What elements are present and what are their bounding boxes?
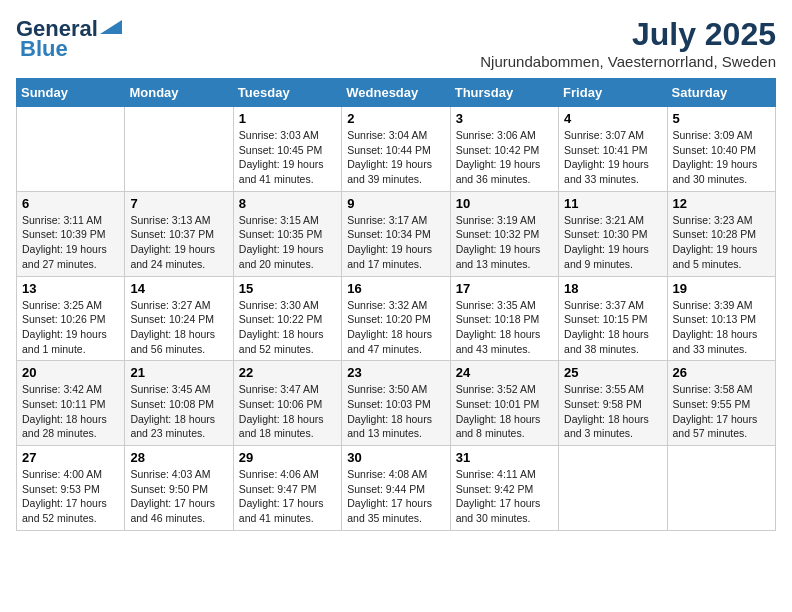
day-header-thursday: Thursday bbox=[450, 79, 558, 107]
day-number: 4 bbox=[564, 111, 661, 126]
day-number: 19 bbox=[673, 281, 770, 296]
day-info: Sunrise: 3:50 AM Sunset: 10:03 PM Daylig… bbox=[347, 382, 444, 441]
calendar-cell bbox=[559, 446, 667, 531]
day-number: 6 bbox=[22, 196, 119, 211]
calendar-cell bbox=[667, 446, 775, 531]
day-number: 9 bbox=[347, 196, 444, 211]
calendar-week-4: 20Sunrise: 3:42 AM Sunset: 10:11 PM Dayl… bbox=[17, 361, 776, 446]
day-number: 1 bbox=[239, 111, 336, 126]
calendar-cell: 15Sunrise: 3:30 AM Sunset: 10:22 PM Dayl… bbox=[233, 276, 341, 361]
day-info: Sunrise: 3:17 AM Sunset: 10:34 PM Daylig… bbox=[347, 213, 444, 272]
day-info: Sunrise: 3:07 AM Sunset: 10:41 PM Daylig… bbox=[564, 128, 661, 187]
day-number: 18 bbox=[564, 281, 661, 296]
day-info: Sunrise: 3:04 AM Sunset: 10:44 PM Daylig… bbox=[347, 128, 444, 187]
day-number: 10 bbox=[456, 196, 553, 211]
day-info: Sunrise: 3:13 AM Sunset: 10:37 PM Daylig… bbox=[130, 213, 227, 272]
calendar-week-1: 1Sunrise: 3:03 AM Sunset: 10:45 PM Dayli… bbox=[17, 107, 776, 192]
day-info: Sunrise: 3:32 AM Sunset: 10:20 PM Daylig… bbox=[347, 298, 444, 357]
day-info: Sunrise: 3:27 AM Sunset: 10:24 PM Daylig… bbox=[130, 298, 227, 357]
day-number: 20 bbox=[22, 365, 119, 380]
day-number: 17 bbox=[456, 281, 553, 296]
day-info: Sunrise: 3:23 AM Sunset: 10:28 PM Daylig… bbox=[673, 213, 770, 272]
calendar-cell: 13Sunrise: 3:25 AM Sunset: 10:26 PM Dayl… bbox=[17, 276, 125, 361]
day-header-friday: Friday bbox=[559, 79, 667, 107]
day-info: Sunrise: 3:21 AM Sunset: 10:30 PM Daylig… bbox=[564, 213, 661, 272]
day-number: 7 bbox=[130, 196, 227, 211]
calendar-cell: 5Sunrise: 3:09 AM Sunset: 10:40 PM Dayli… bbox=[667, 107, 775, 192]
calendar-cell: 3Sunrise: 3:06 AM Sunset: 10:42 PM Dayli… bbox=[450, 107, 558, 192]
day-info: Sunrise: 3:11 AM Sunset: 10:39 PM Daylig… bbox=[22, 213, 119, 272]
day-number: 11 bbox=[564, 196, 661, 211]
month-title: July 2025 bbox=[480, 16, 776, 53]
calendar-cell: 16Sunrise: 3:32 AM Sunset: 10:20 PM Dayl… bbox=[342, 276, 450, 361]
logo: General Blue bbox=[16, 16, 122, 62]
day-number: 31 bbox=[456, 450, 553, 465]
day-info: Sunrise: 4:03 AM Sunset: 9:50 PM Dayligh… bbox=[130, 467, 227, 526]
day-number: 29 bbox=[239, 450, 336, 465]
day-header-tuesday: Tuesday bbox=[233, 79, 341, 107]
day-number: 25 bbox=[564, 365, 661, 380]
day-number: 2 bbox=[347, 111, 444, 126]
day-info: Sunrise: 4:11 AM Sunset: 9:42 PM Dayligh… bbox=[456, 467, 553, 526]
calendar-body: 1Sunrise: 3:03 AM Sunset: 10:45 PM Dayli… bbox=[17, 107, 776, 531]
calendar-cell: 9Sunrise: 3:17 AM Sunset: 10:34 PM Dayli… bbox=[342, 191, 450, 276]
day-number: 13 bbox=[22, 281, 119, 296]
calendar-week-2: 6Sunrise: 3:11 AM Sunset: 10:39 PM Dayli… bbox=[17, 191, 776, 276]
day-number: 16 bbox=[347, 281, 444, 296]
day-info: Sunrise: 4:06 AM Sunset: 9:47 PM Dayligh… bbox=[239, 467, 336, 526]
day-number: 14 bbox=[130, 281, 227, 296]
calendar-cell: 11Sunrise: 3:21 AM Sunset: 10:30 PM Dayl… bbox=[559, 191, 667, 276]
day-header-sunday: Sunday bbox=[17, 79, 125, 107]
calendar-cell bbox=[17, 107, 125, 192]
day-header-saturday: Saturday bbox=[667, 79, 775, 107]
day-number: 22 bbox=[239, 365, 336, 380]
day-info: Sunrise: 3:55 AM Sunset: 9:58 PM Dayligh… bbox=[564, 382, 661, 441]
day-info: Sunrise: 3:06 AM Sunset: 10:42 PM Daylig… bbox=[456, 128, 553, 187]
day-number: 3 bbox=[456, 111, 553, 126]
calendar-cell: 14Sunrise: 3:27 AM Sunset: 10:24 PM Dayl… bbox=[125, 276, 233, 361]
day-number: 24 bbox=[456, 365, 553, 380]
calendar-table: SundayMondayTuesdayWednesdayThursdayFrid… bbox=[16, 78, 776, 531]
calendar-cell: 4Sunrise: 3:07 AM Sunset: 10:41 PM Dayli… bbox=[559, 107, 667, 192]
day-number: 30 bbox=[347, 450, 444, 465]
calendar-cell: 1Sunrise: 3:03 AM Sunset: 10:45 PM Dayli… bbox=[233, 107, 341, 192]
calendar-cell: 19Sunrise: 3:39 AM Sunset: 10:13 PM Dayl… bbox=[667, 276, 775, 361]
day-info: Sunrise: 3:47 AM Sunset: 10:06 PM Daylig… bbox=[239, 382, 336, 441]
day-info: Sunrise: 4:08 AM Sunset: 9:44 PM Dayligh… bbox=[347, 467, 444, 526]
calendar-cell bbox=[125, 107, 233, 192]
day-info: Sunrise: 4:00 AM Sunset: 9:53 PM Dayligh… bbox=[22, 467, 119, 526]
day-number: 5 bbox=[673, 111, 770, 126]
day-info: Sunrise: 3:25 AM Sunset: 10:26 PM Daylig… bbox=[22, 298, 119, 357]
day-number: 21 bbox=[130, 365, 227, 380]
calendar-cell: 6Sunrise: 3:11 AM Sunset: 10:39 PM Dayli… bbox=[17, 191, 125, 276]
day-header-wednesday: Wednesday bbox=[342, 79, 450, 107]
day-info: Sunrise: 3:39 AM Sunset: 10:13 PM Daylig… bbox=[673, 298, 770, 357]
day-info: Sunrise: 3:58 AM Sunset: 9:55 PM Dayligh… bbox=[673, 382, 770, 441]
day-number: 15 bbox=[239, 281, 336, 296]
calendar-cell: 22Sunrise: 3:47 AM Sunset: 10:06 PM Dayl… bbox=[233, 361, 341, 446]
calendar-week-3: 13Sunrise: 3:25 AM Sunset: 10:26 PM Dayl… bbox=[17, 276, 776, 361]
day-number: 23 bbox=[347, 365, 444, 380]
calendar-cell: 25Sunrise: 3:55 AM Sunset: 9:58 PM Dayli… bbox=[559, 361, 667, 446]
title-block: July 2025 Njurundabommen, Vaesternorrlan… bbox=[480, 16, 776, 70]
calendar-cell: 10Sunrise: 3:19 AM Sunset: 10:32 PM Dayl… bbox=[450, 191, 558, 276]
day-info: Sunrise: 3:37 AM Sunset: 10:15 PM Daylig… bbox=[564, 298, 661, 357]
calendar-cell: 17Sunrise: 3:35 AM Sunset: 10:18 PM Dayl… bbox=[450, 276, 558, 361]
calendar-cell: 24Sunrise: 3:52 AM Sunset: 10:01 PM Dayl… bbox=[450, 361, 558, 446]
svg-marker-0 bbox=[100, 20, 122, 34]
calendar-cell: 29Sunrise: 4:06 AM Sunset: 9:47 PM Dayli… bbox=[233, 446, 341, 531]
logo-triangle-icon bbox=[100, 20, 122, 34]
calendar-cell: 18Sunrise: 3:37 AM Sunset: 10:15 PM Dayl… bbox=[559, 276, 667, 361]
calendar-cell: 23Sunrise: 3:50 AM Sunset: 10:03 PM Dayl… bbox=[342, 361, 450, 446]
calendar-cell: 26Sunrise: 3:58 AM Sunset: 9:55 PM Dayli… bbox=[667, 361, 775, 446]
day-info: Sunrise: 3:52 AM Sunset: 10:01 PM Daylig… bbox=[456, 382, 553, 441]
day-number: 12 bbox=[673, 196, 770, 211]
calendar-cell: 27Sunrise: 4:00 AM Sunset: 9:53 PM Dayli… bbox=[17, 446, 125, 531]
day-number: 28 bbox=[130, 450, 227, 465]
logo-blue: Blue bbox=[20, 36, 68, 62]
day-info: Sunrise: 3:19 AM Sunset: 10:32 PM Daylig… bbox=[456, 213, 553, 272]
calendar-cell: 7Sunrise: 3:13 AM Sunset: 10:37 PM Dayli… bbox=[125, 191, 233, 276]
day-info: Sunrise: 3:35 AM Sunset: 10:18 PM Daylig… bbox=[456, 298, 553, 357]
day-info: Sunrise: 3:42 AM Sunset: 10:11 PM Daylig… bbox=[22, 382, 119, 441]
day-info: Sunrise: 3:30 AM Sunset: 10:22 PM Daylig… bbox=[239, 298, 336, 357]
